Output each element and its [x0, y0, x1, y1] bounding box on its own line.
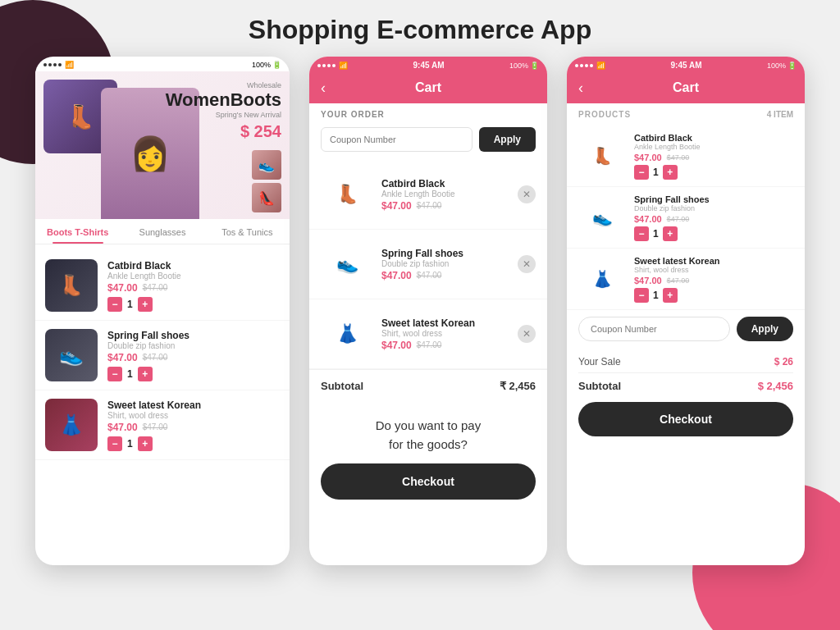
dot-p2 [322, 64, 326, 67]
cart-item-prices-1: $47.00 $47.00 [381, 200, 536, 212]
cart3-prices-2: $47.00 $47.00 [634, 214, 793, 224]
cart3-name-2: Spring Fall shoes [634, 194, 793, 204]
tab-boots[interactable]: Boots T-Shirts [35, 219, 120, 244]
screen-product-list: 📶 100% 🔋 👢 👩 Wholesale WomenBoots Spring… [35, 57, 290, 565]
qty-plus-c1[interactable]: + [663, 165, 678, 180]
qty-plus-3[interactable]: + [138, 436, 153, 451]
qty-num-c2: 1 [653, 228, 659, 240]
wifi-icon-3: 📶 [596, 62, 605, 70]
screen-cart: 📶 9:45 AM 100% 🔋 ‹ Cart YOUR ORDER Apply… [309, 57, 547, 565]
product-image-2: 👟 [45, 329, 98, 381]
product-tabs: Boots T-Shirts Sunglasses Tos & Tunics [35, 219, 290, 244]
status-bar-3: 📶 9:45 AM 100% 🔋 [567, 57, 805, 72]
cart-item-image-3: 👗 [321, 308, 373, 360]
cart-item-name-1: Catbird Black [381, 178, 536, 189]
boot-thumb-1[interactable]: 👟 [252, 150, 281, 180]
boot-thumbnails: 👟 👠 [252, 150, 281, 212]
signal-left-3: 📶 [575, 62, 605, 70]
tab-tunics[interactable]: Tos & Tunics [205, 219, 290, 244]
product-prices-2: $47.00 $47.00 [107, 352, 280, 363]
price-main-2: $47.00 [107, 352, 138, 363]
qty-minus-3[interactable]: − [107, 436, 122, 451]
cart-title: Cart [415, 80, 441, 95]
hero-price: $ 254 [166, 122, 281, 141]
cart-detail-header: ‹ Cart [567, 72, 805, 103]
signal-left-2: 📶 [317, 62, 348, 70]
remove-button-1[interactable]: ✕ [518, 185, 536, 203]
cart3-qty-3: − 1 + [634, 288, 793, 303]
cart-item-info-3: Sweet latest Korean Shirt, wool dress $4… [381, 317, 536, 351]
qty-control-3: − 1 + [107, 436, 280, 451]
cart3-info-1: Catbird Black Ankle Length Bootie $47.00… [634, 133, 793, 180]
checkout-button[interactable]: Checkout [321, 463, 536, 500]
tab-sunglasses[interactable]: Sunglasses [120, 219, 204, 244]
coupon-input[interactable] [321, 127, 472, 152]
dot3 [53, 63, 57, 66]
boot-thumb-2[interactable]: 👠 [252, 183, 281, 212]
price-old-2: $47.00 [143, 353, 168, 362]
product-prices-1: $47.00 $47.00 [107, 282, 280, 294]
apply-button-2[interactable]: Apply [737, 317, 793, 341]
coupon-row: Apply [309, 122, 547, 160]
remove-button-2[interactable]: ✕ [518, 255, 536, 273]
checkout-button-2[interactable]: Checkout [578, 402, 793, 436]
dot-p4 [332, 64, 336, 67]
product-name-1: Catbird Black [107, 260, 280, 272]
battery-text-2: 100% [509, 62, 528, 70]
product-info-1: Catbird Black Ankle Length Bootie $47.00… [107, 260, 280, 312]
coupon-input-2[interactable] [578, 317, 730, 341]
qty-plus-c3[interactable]: + [663, 288, 678, 303]
price-old-1: $47.00 [143, 283, 168, 292]
cart-item-name-2: Spring Fall shoes [381, 248, 536, 259]
cart3-sub-2: Double zip fashion [634, 204, 793, 212]
products-header: PRODUCTS 4 ITEM [567, 103, 805, 126]
qty-plus-2[interactable]: + [138, 367, 153, 381]
dot-p33 [585, 64, 588, 67]
summary-section: Apply Your Sale $ 26 Subtotal $ 2,456 Ch… [567, 310, 805, 443]
product-sub-1: Ankle Length Bootie [107, 272, 280, 281]
product-info-3: Sweet latest Korean Shirt, wool dress $4… [107, 399, 280, 451]
cart3-name-3: Sweet latest Korean [634, 256, 793, 266]
qty-plus-1[interactable]: + [138, 297, 153, 312]
product-name-2: Spring Fall shoes [107, 330, 280, 341]
dot-p3 [327, 64, 331, 67]
qty-minus-c2[interactable]: − [634, 226, 649, 241]
cart-item-image-1: 👢 [321, 168, 373, 221]
qty-minus-c1[interactable]: − [634, 165, 649, 180]
page-title: Shopping E-commerce App [0, 0, 840, 57]
qty-minus-1[interactable]: − [107, 297, 122, 312]
dot-p34 [590, 64, 593, 67]
qty-minus-c3[interactable]: − [634, 288, 649, 303]
battery-text: 100% [252, 61, 271, 69]
cart-item-info-2: Spring Fall shoes Double zip fashion $47… [381, 248, 536, 281]
price-main-1: $47.00 [107, 282, 138, 294]
back-button-3[interactable]: ‹ [578, 80, 583, 97]
subtotal-row: Subtotal ₹ 2,456 [309, 369, 547, 402]
qty-plus-c2[interactable]: + [663, 226, 678, 241]
cart-header: ‹ Cart [309, 72, 547, 103]
screens-container: 📶 100% 🔋 👢 👩 Wholesale WomenBoots Spring… [0, 57, 840, 565]
status-bar-2: 📶 9:45 AM 100% 🔋 [309, 57, 547, 72]
cart3-qty-1: − 1 + [634, 165, 793, 180]
product-prices-3: $47.00 $47.00 [107, 422, 280, 433]
signal-left: 📶 [43, 61, 74, 69]
dot2 [48, 63, 52, 66]
cart3-prices-3: $47.00 $47.00 [634, 276, 793, 285]
remove-button-3[interactable]: ✕ [518, 325, 536, 343]
product-image-1: 👢 [45, 259, 98, 312]
apply-button[interactable]: Apply [479, 127, 536, 152]
cart3-item-1: 👢 Catbird Black Ankle Length Bootie $47.… [567, 126, 805, 187]
qty-minus-2[interactable]: − [107, 367, 122, 381]
status-right-3: 100% 🔋 [767, 62, 797, 70]
status-bar-1: 📶 100% 🔋 [35, 57, 290, 71]
hero-section: 👢 👩 Wholesale WomenBoots Spring's New Ar… [35, 71, 290, 219]
subtotal-label-2: Subtotal [578, 380, 621, 392]
price-main-3: $47.00 [107, 422, 138, 433]
back-button[interactable]: ‹ [321, 80, 326, 97]
dot1 [43, 63, 47, 66]
cart3-img-2: 👟 [578, 194, 626, 241]
time-2: 9:45 AM [413, 61, 444, 70]
cart-item-2: 👟 Spring Fall shoes Double zip fashion $… [309, 230, 547, 299]
hero-subtitle: Spring's New Arrival [166, 111, 281, 119]
your-sale-amount: $ 26 [774, 356, 793, 368]
